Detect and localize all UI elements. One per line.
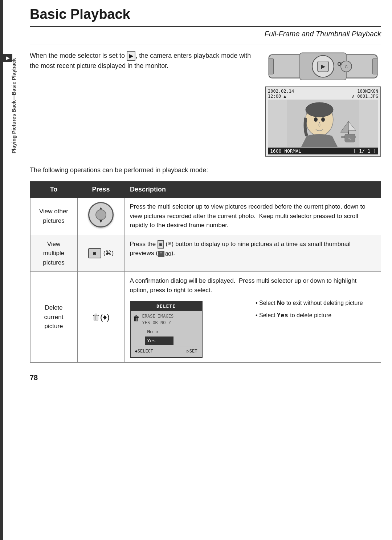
page-number: 78 <box>30 374 381 382</box>
delete-bullet-no: • Select No to exit without deleting pic… <box>256 298 376 308</box>
cell-press-multi-selector <box>77 197 124 235</box>
screen-bottom-row: 1600 NORMAL [ 1/ 1 ] <box>268 148 378 154</box>
header-press: Press <box>77 182 124 197</box>
delete-dialog-erase-text: ERASE IMAGESYES OR NO ? <box>142 313 174 326</box>
delete-cell-content: DELETE 🗑 ERASE IMAGESYES OR NO ? No ▷ <box>130 298 376 358</box>
cell-press-thumb: ⊞ (⌘) <box>77 235 124 272</box>
sidebar-label: Playing Pictures Back—Basic Playback <box>11 58 21 153</box>
footer-select: ◆SELECT <box>135 348 154 354</box>
table-header-row: To Press Description <box>30 182 381 197</box>
table-row: Deletecurrentpicture 🗑(♦) A confirmation… <box>30 272 381 363</box>
cell-desc-view-other: Press the multi selector up to view pict… <box>124 197 381 235</box>
camera-top-svg: ▶ OFF C <box>265 51 381 82</box>
cell-to-delete: Deletecurrentpicture <box>30 272 77 363</box>
cell-to-view-multiple: Viewmultiplepictures <box>30 235 77 272</box>
subtitle: Full-Frame and Thumbnail Playback <box>30 27 381 44</box>
page-ref: ☰ 80 <box>158 250 171 258</box>
delete-dialog-options: No ▷ Yes <box>145 327 174 345</box>
delete-dialog-body: 🗑 ERASE IMAGESYES OR NO ? No ▷ Yes <box>131 311 202 357</box>
cell-press-delete: 🗑(♦) <box>77 272 124 363</box>
screen-image: ∿ <box>268 100 378 147</box>
cell-desc-delete: A confirmation dialog will be displayed.… <box>124 272 381 363</box>
delete-bullets: • Select No to exit without deleting pic… <box>256 298 376 320</box>
delete-dialog-area: DELETE 🗑 ERASE IMAGESYES OR NO ? No ▷ <box>130 298 250 358</box>
intro-section: When the mode selector is set to ▶, the … <box>30 51 381 157</box>
table-row: View otherpictures Press the multi selec… <box>30 197 381 235</box>
intro-text: When the mode selector is set to ▶, the … <box>30 51 254 71</box>
playback-table: To Press Description View otherpictures … <box>30 181 381 363</box>
cell-desc-view-multiple: Press the ⊞ (⌘) button to display up to … <box>124 235 381 272</box>
camera-diagram: ▶ OFF C 2002.02.14 12:00 ▲ 100 <box>265 51 381 157</box>
svg-point-12 <box>306 102 333 117</box>
screen-image-svg: ∿ <box>287 100 359 147</box>
delete-button-icon: 🗑(♦) <box>83 311 119 323</box>
table-row: Viewmultiplepictures ⊞ (⌘) Press the ⊞ (… <box>30 235 381 272</box>
svg-point-13 <box>314 117 318 122</box>
svg-text:▶: ▶ <box>321 63 326 69</box>
cell-to-view-other: View otherpictures <box>30 197 77 235</box>
svg-rect-9 <box>373 59 377 74</box>
main-content: Basic Playback Full-Frame and Thumbnail … <box>23 0 392 396</box>
thumb-btn-icon: ⊞ <box>88 248 101 258</box>
delete-option-yes: Yes <box>145 337 174 345</box>
header-description: Description <box>124 182 381 197</box>
svg-rect-8 <box>269 59 274 74</box>
page-ref-icon: ☰ <box>158 251 164 257</box>
screen-date: 2002.02.14 12:00 ▲ <box>268 89 294 99</box>
multi-selector-center <box>95 209 106 220</box>
thumbnail-button: ⊞ (⌘) <box>88 248 114 258</box>
sidebar-bar <box>0 0 3 540</box>
screen-top-row: 2002.02.14 12:00 ▲ 100NIKON ∧ 0001.JPG <box>268 89 378 99</box>
page-title: Basic Playback <box>30 0 381 27</box>
svg-point-14 <box>321 117 325 122</box>
multi-selector-icon <box>88 202 114 227</box>
thumb-btn-label: (⌘) <box>103 249 114 258</box>
delete-option-no: No ▷ <box>145 327 174 336</box>
header-to: To <box>30 182 77 197</box>
delete-dialog-footer: ◆SELECT ▷SET <box>133 347 200 355</box>
delete-dialog-title: DELETE <box>131 302 202 311</box>
footer-set: ▷SET <box>187 348 197 354</box>
camera-screen: 2002.02.14 12:00 ▲ 100NIKON ∧ 0001.JPG <box>265 86 381 157</box>
delete-desc-top: A confirmation dialog will be displayed.… <box>130 276 376 295</box>
delete-bullet-yes: • Select Yes to delete picture <box>256 311 376 320</box>
delete-dialog: DELETE 🗑 ERASE IMAGESYES OR NO ? No ▷ <box>130 301 203 358</box>
ops-text: The following operations can be performe… <box>30 165 381 176</box>
svg-text:C: C <box>345 64 348 69</box>
svg-text:∿: ∿ <box>348 136 352 141</box>
sidebar: ▶ Playing Pictures Back—Basic Playback <box>0 0 23 540</box>
screen-file-info: 100NIKON ∧ 0001.JPG <box>352 89 378 99</box>
